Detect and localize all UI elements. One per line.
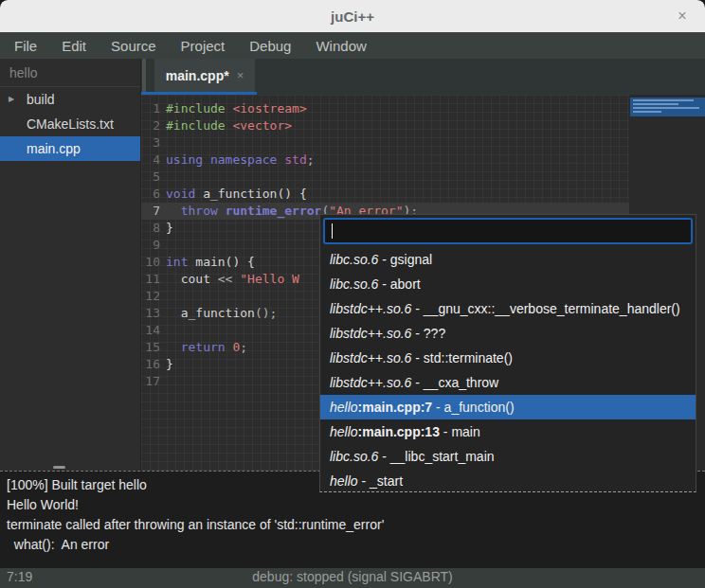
stack-frame-item[interactable]: libc.so.6 - gsignal (320, 247, 696, 272)
code-segment: "Hello W (240, 272, 299, 286)
text-caret (332, 223, 333, 239)
stack-frame-item[interactable]: libstdc++.so.6 - std::terminate() (320, 346, 696, 370)
code-line: #include <vector> (166, 117, 418, 134)
sidebar-item-cmakelists-txt[interactable]: CMakeLists.txt (0, 112, 140, 136)
tab-scroll-edge (142, 59, 146, 92)
code-segment: } (166, 357, 173, 371)
stack-trace-popup: libc.so.6 - gsignallibc.so.6 - abortlibs… (319, 214, 696, 492)
code-segment: using namespace (166, 152, 277, 167)
window-title: juCi++ (331, 9, 374, 25)
frame-symbol: - main (440, 424, 480, 439)
stack-frame-item[interactable]: libstdc++.so.6 - __gnu_cxx::__verbose_te… (320, 296, 696, 321)
stack-frame-list: libc.so.6 - gsignallibc.so.6 - abortlibs… (320, 247, 696, 493)
tabbar: main.cpp* × (140, 59, 705, 95)
output-line: what(): An error (7, 535, 698, 555)
code-segment: << (218, 272, 233, 286)
sidebar-hscrollbar-thumb[interactable] (53, 466, 65, 469)
frame-symbol: - __cxa_throw (411, 375, 498, 390)
line-number: 5 (141, 169, 160, 186)
code-line: using namespace std; (166, 151, 418, 169)
code-segment: #include (166, 118, 226, 133)
project-sidebar: hello ▶buildCMakeLists.txtmain.cpp (0, 59, 140, 471)
menubar: FileEditSourceProjectDebugWindow (0, 32, 705, 59)
frame-module: libstdc++.so.6 (330, 375, 411, 390)
code-segment: throw (181, 204, 218, 218)
stack-frame-item[interactable]: libstdc++.so.6 - __cxa_throw (320, 370, 696, 395)
code-segment: #include (166, 101, 226, 116)
frame-location: :main.cpp:7 (358, 400, 433, 415)
frame-module: libstdc++.so.6 (330, 301, 411, 316)
menu-item-project[interactable]: Project (169, 34, 238, 58)
line-number: 6 (141, 186, 160, 203)
line-number: 7 (141, 203, 160, 220)
frame-module: libstdc++.so.6 (330, 326, 411, 341)
code-segment: std (284, 152, 306, 167)
code-segment: int (166, 255, 188, 269)
stack-frame-item[interactable]: hello:main.cpp:7 - a_function() (320, 395, 696, 419)
popup-search-input[interactable] (323, 218, 693, 244)
frame-symbol: - abort (378, 276, 420, 292)
close-icon[interactable]: × (673, 7, 692, 26)
tree-item-label: build (27, 87, 55, 112)
stack-frame-item[interactable]: hello:main.cpp:13 - main (320, 419, 696, 444)
sidebar-item-main-cpp[interactable]: main.cpp (0, 136, 140, 161)
code-line (166, 169, 418, 186)
frame-module: hello (330, 473, 358, 489)
code-segment: runtime_error (226, 204, 322, 218)
line-number-gutter: 1234567891011121314151617 (141, 100, 160, 390)
frame-location: :main.cpp:13 (358, 424, 440, 439)
code-segment: return (181, 340, 226, 354)
menu-item-debug[interactable]: Debug (237, 34, 303, 58)
editor-tooltip (630, 98, 705, 116)
stack-frame-item[interactable]: hello - _start (320, 469, 696, 493)
frame-module: hello (330, 424, 358, 439)
line-number: 10 (141, 254, 160, 271)
debug-status: debug: stopped (signal SIGABRT) (0, 569, 705, 584)
frame-module: libc.so.6 (330, 276, 378, 292)
tab-close-icon[interactable]: × (237, 68, 244, 82)
line-number: 8 (141, 220, 160, 237)
code-line: void a_function() { (166, 186, 418, 203)
output-line: Hello World! (7, 495, 698, 515)
frame-module: libc.so.6 (330, 449, 378, 464)
code-segment: } (166, 221, 173, 235)
output-line: terminate called after throwing an insta… (7, 515, 698, 535)
line-number: 14 (141, 322, 160, 339)
file-tree: ▶buildCMakeLists.txtmain.cpp (0, 87, 140, 161)
line-number: 3 (141, 134, 160, 151)
frame-symbol: - std::terminate() (411, 350, 513, 365)
stack-frame-item[interactable]: libc.so.6 - __libc_start_main (320, 444, 696, 469)
tab-main-cpp[interactable]: main.cpp* × (154, 59, 255, 92)
frame-module: libc.so.6 (330, 252, 378, 267)
titlebar[interactable]: juCi++ × (0, 0, 705, 32)
code-segment (166, 204, 181, 218)
code-segment: <iostream> (232, 101, 306, 116)
frame-module: libstdc++.so.6 (330, 350, 411, 365)
frame-module: hello (330, 400, 358, 415)
project-name-header: hello (0, 59, 140, 87)
menu-item-source[interactable]: Source (99, 34, 169, 58)
frame-symbol: - __libc_start_main (378, 449, 494, 464)
code-segment: void (166, 187, 195, 201)
tab-label: main.cpp* (166, 68, 229, 83)
stack-frame-item[interactable]: libc.so.6 - abort (320, 272, 696, 296)
tree-item-label: main.cpp (27, 136, 81, 161)
menu-item-window[interactable]: Window (303, 34, 378, 58)
menu-item-file[interactable]: File (2, 34, 49, 58)
stack-frame-item[interactable]: libstdc++.so.6 - ??? (320, 321, 696, 346)
code-segment: ; (240, 340, 247, 354)
expander-icon[interactable]: ▶ (9, 87, 22, 112)
menu-item-edit[interactable]: Edit (49, 34, 99, 58)
line-number: 13 (141, 305, 160, 322)
code-segment: a_function (166, 306, 255, 320)
code-segment: ; (307, 152, 315, 167)
frame-symbol: - gsignal (378, 252, 432, 267)
code-segment: (); (255, 306, 277, 320)
code-segment (166, 340, 181, 354)
code-segment (218, 204, 226, 218)
juci-window: juCi++ × FileEditSourceProjectDebugWindo… (0, 0, 705, 588)
frame-symbol: - _start (358, 473, 403, 489)
sidebar-item-build[interactable]: ▶build (0, 87, 140, 112)
code-line: #include <iostream> (166, 100, 418, 117)
statusbar: 7:19 debug: stopped (signal SIGABRT) (0, 568, 705, 588)
